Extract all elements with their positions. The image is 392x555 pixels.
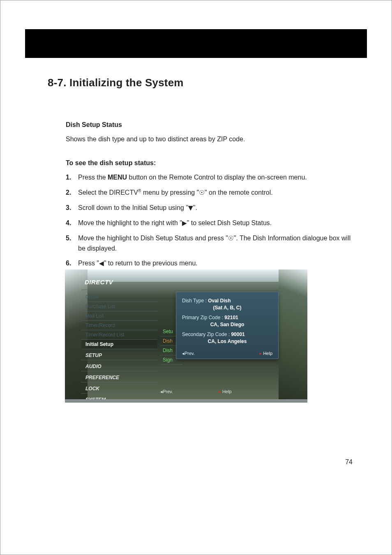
step-text: Press " [78, 260, 99, 267]
menu-item-mail[interactable]: Mail List [81, 311, 157, 321]
dialog-row-secondaryzip: Secondary Zip Code : 90001 [182, 331, 272, 338]
step-text: Move the highlight to the right with " [78, 219, 182, 226]
select-icon: ☉ [199, 189, 205, 196]
mountain-background [279, 269, 307, 399]
step-text: " on the remote control. [205, 189, 273, 196]
menu-item-guide[interactable]: Guide [81, 292, 157, 302]
menu-item-lock[interactable]: LOCK [81, 382, 157, 394]
select-icon: ☉ [228, 235, 234, 242]
step-bold: MENU [108, 174, 127, 181]
step-text: Move the highlight to Dish Setup Status … [78, 235, 228, 242]
dialog-value: Oval Dish [208, 298, 231, 304]
prev-button[interactable]: ◂Prev. [182, 351, 195, 356]
step-number: 4. [66, 218, 71, 228]
right-icon: ▶ [182, 219, 187, 227]
step-number: 1. [66, 173, 71, 183]
step-number: 5. [66, 233, 71, 244]
dialog-footer: ◂Prev. Help [182, 349, 272, 356]
dialog-row-secondarycity: CA, Los Angeles [182, 338, 272, 348]
dialog-row-primarycity: CA, San Diego [182, 321, 272, 331]
menu-item-setup[interactable]: SETUP [81, 349, 157, 360]
dish-info-dialog: Dish Type : Oval Dish (Sat A, B, C) Prim… [176, 292, 279, 359]
left-icon: ◀ [99, 260, 104, 267]
step-text: menu by pressing " [141, 189, 199, 196]
step-number: 2. [66, 188, 71, 198]
step-text: ". [193, 204, 197, 211]
step-text: " to select Dish Setup Status. [187, 219, 272, 226]
tv-screenshot: DIRECTV Guide Purchase List Mail List Ti… [65, 269, 307, 403]
subsection-title: Dish Setup Status [66, 121, 353, 129]
menu-item-purchase[interactable]: Purchase List [81, 302, 157, 311]
tv-sidebar: DIRECTV Guide Purchase List Mail List Ti… [81, 277, 157, 403]
step-6: 6. Press "◀" to return to the previous m… [66, 258, 353, 269]
dialog-label: Secondary Zip Code : [182, 332, 231, 337]
step-text: " to return to the previous menu. [104, 260, 198, 267]
step-2: 2. Select the DIRECTV® menu by pressing … [66, 188, 353, 198]
menu-item-timer[interactable]: Timer/Record [81, 321, 157, 330]
step-text: button on the Remote Control to display … [127, 174, 307, 181]
dialog-label: Dish Type : [182, 298, 208, 304]
manual-page: 8-7. Initializing the System Dish Setup … [0, 0, 392, 555]
step-4: 4. Move the highlight to the right with … [66, 218, 353, 228]
steps-title: To see the dish setup status: [66, 159, 353, 167]
dialog-row-sat: (Sat A, B, C) [182, 304, 272, 314]
steps-list: 1. Press the MENU button on the Remote C… [66, 173, 353, 269]
section-heading: 8-7. Initializing the System [48, 76, 353, 89]
dialog-row-primaryzip: Primary Zip Code : 92101 [182, 314, 272, 321]
down-icon: ▼ [188, 204, 193, 212]
dialog-row-dishtype: Dish Type : Oval Dish [182, 297, 272, 304]
tv-brand: DIRECTV [81, 277, 157, 290]
step-text: Press the [78, 174, 108, 181]
menu-item-preference[interactable]: PREFERENCE [81, 371, 157, 382]
help-button[interactable]: Help [218, 389, 232, 394]
dialog-value: 92101 [224, 315, 238, 320]
step-text: Select the DIRECTV [78, 189, 138, 196]
prev-button[interactable]: ◂Prev. [160, 389, 173, 394]
menu-item-system[interactable]: SYSTEM [81, 394, 157, 403]
dialog-value: 90001 [231, 332, 244, 337]
subsection-description: Shows the dish type and up to two distin… [66, 134, 353, 144]
page-content: 8-7. Initializing the System Dish Setup … [48, 76, 353, 274]
header-black-band [25, 29, 367, 58]
step-number: 6. [66, 258, 71, 269]
page-number: 74 [345, 458, 353, 466]
step-text: Scroll down to the Initial Setup using " [78, 204, 188, 211]
step-3: 3. Scroll down to the Initial Setup usin… [66, 203, 353, 213]
menu-item-audio[interactable]: AUDIO [81, 360, 157, 371]
help-button[interactable]: Help [259, 351, 272, 356]
step-5: 5. Move the highlight to Dish Setup Stat… [66, 233, 353, 254]
tv-menu: Guide Purchase List Mail List Timer/Reco… [81, 290, 157, 403]
step-number: 3. [66, 203, 71, 213]
step-1: 1. Press the MENU button on the Remote C… [66, 173, 353, 183]
tv-bottom-bar: ◂Prev. Help [160, 389, 295, 394]
dialog-label: Primary Zip Code : [182, 315, 224, 320]
menu-item-initial-setup[interactable]: Initial Setup [81, 340, 157, 349]
menu-item-timerlist[interactable]: Timer/Record List [81, 330, 157, 340]
